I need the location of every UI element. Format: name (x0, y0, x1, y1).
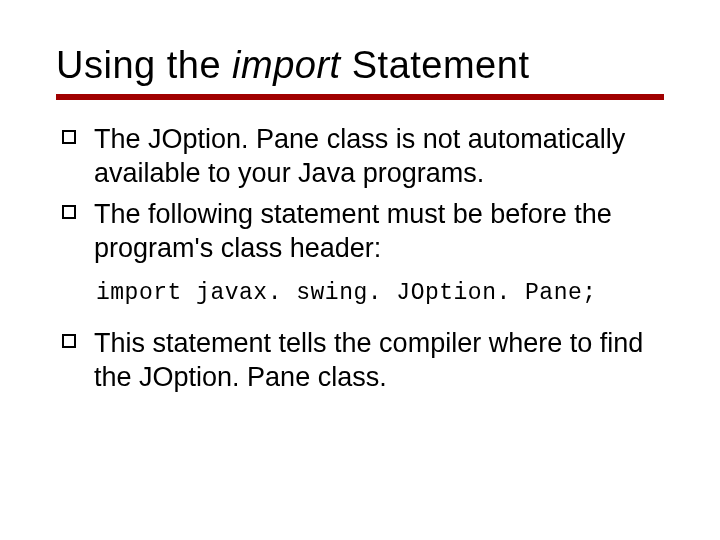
bullet-item: The following statement must be before t… (62, 197, 664, 266)
bullet-text: This statement tells the compiler where … (94, 326, 664, 395)
bullet-item: The JOption. Pane class is not automatic… (62, 122, 664, 191)
bullet-text: The following statement must be before t… (94, 197, 664, 266)
bullet-item: This statement tells the compiler where … (62, 326, 664, 395)
square-bullet-icon (62, 205, 76, 219)
slide: Using the import Statement The JOption. … (0, 0, 720, 540)
title-italic: import (232, 44, 341, 86)
title-rule (56, 94, 664, 100)
slide-title: Using the import Statement (56, 44, 664, 88)
square-bullet-icon (62, 130, 76, 144)
bullet-text: The JOption. Pane class is not automatic… (94, 122, 664, 191)
title-prefix: Using the (56, 44, 232, 86)
title-suffix: Statement (341, 44, 530, 86)
code-line: import javax. swing. JOption. Pane; (96, 280, 664, 306)
slide-body: The JOption. Pane class is not automatic… (62, 122, 664, 395)
square-bullet-icon (62, 334, 76, 348)
